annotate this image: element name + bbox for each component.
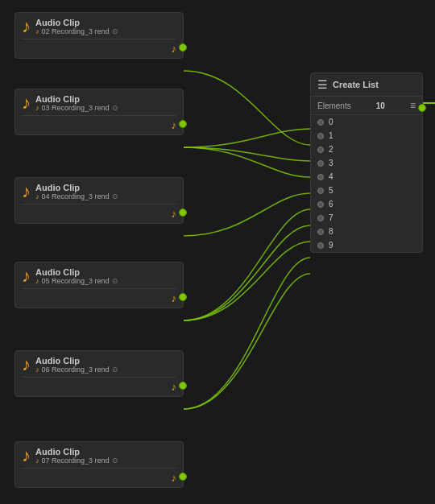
card-title: Audio Clip — [35, 18, 118, 27]
input-port-2[interactable] — [317, 147, 324, 153]
input-port-4[interactable] — [317, 174, 324, 180]
input-port-5[interactable] — [317, 188, 324, 194]
list-item-4: 4 — [311, 170, 422, 184]
audio-card-1[interactable]: ♪ Audio Clip ♪ 02 Recording_3 rend ⊙ ♪ — [14, 12, 184, 59]
input-port-7[interactable] — [317, 215, 324, 221]
list-icon: ☰ — [317, 78, 328, 91]
list-item-label-9: 9 — [329, 241, 334, 250]
create-list-node[interactable]: ☰ Create List Elements 10 ≡ 0 1 2 3 4 5 — [310, 72, 423, 253]
input-port-6[interactable] — [317, 201, 324, 208]
create-list-title: Create List — [333, 80, 379, 89]
output-port-6[interactable] — [179, 473, 187, 481]
elements-list-icon: ≡ — [410, 100, 416, 111]
list-item-label-8: 8 — [329, 227, 334, 236]
elements-value: 10 — [376, 101, 385, 110]
card-subtitle: ♪ 07 Recording_3 rend ⊙ — [35, 456, 118, 465]
audio-card-2[interactable]: ♪ Audio Clip ♪ 03 Recording_3 rend ⊙ ♪ — [14, 89, 184, 135]
input-port-8[interactable] — [317, 229, 324, 235]
card-subtitle: ♪ 05 Recording_3 rend ⊙ — [35, 277, 118, 285]
audio-card-6[interactable]: ♪ Audio Clip ♪ 07 Recording_3 rend ⊙ ♪ — [14, 441, 184, 488]
list-item-label-6: 6 — [329, 200, 334, 209]
card-subtitle: ♪ 06 Recording_3 rend ⊙ — [35, 366, 118, 374]
list-item-label-1: 1 — [329, 131, 334, 140]
audio-card-5[interactable]: ♪ Audio Clip ♪ 06 Recording_3 rend ⊙ ♪ — [14, 350, 184, 397]
card-subtitle: ♪ 04 Recording_3 rend ⊙ — [35, 192, 118, 200]
list-item-label-4: 4 — [329, 172, 334, 181]
list-item-label-2: 2 — [329, 145, 334, 154]
audio-card-4[interactable]: ♪ Audio Clip ♪ 05 Recording_3 rend ⊙ ♪ — [14, 262, 184, 308]
music-icon: ♪ — [22, 267, 31, 285]
output-port-3[interactable] — [179, 209, 187, 217]
music-icon: ♪ — [22, 94, 31, 112]
audio-card-3[interactable]: ♪ Audio Clip ♪ 04 Recording_3 rend ⊙ ♪ — [14, 177, 184, 224]
list-item-1: 1 — [311, 129, 422, 143]
list-item-label-3: 3 — [329, 159, 334, 167]
input-port-9[interactable] — [317, 242, 324, 249]
card-title: Audio Clip — [35, 356, 118, 366]
output-port-5[interactable] — [179, 382, 187, 390]
output-port-2[interactable] — [179, 120, 187, 128]
input-port-1[interactable] — [317, 133, 324, 139]
output-port-1[interactable] — [179, 43, 187, 52]
input-port-3[interactable] — [317, 160, 324, 167]
card-subtitle: ♪ 02 Recording_3 rend ⊙ — [35, 27, 118, 35]
music-icon: ♪ — [22, 183, 31, 200]
list-item-2: 2 — [311, 143, 422, 156]
card-subtitle: ♪ 03 Recording_3 rend ⊙ — [35, 104, 118, 112]
output-port-4[interactable] — [179, 293, 187, 301]
list-item-label-5: 5 — [329, 186, 334, 195]
list-item-8: 8 — [311, 225, 422, 238]
list-item-label-0: 0 — [329, 118, 334, 126]
card-title: Audio Clip — [35, 94, 118, 104]
music-icon: ♪ — [22, 18, 31, 35]
music-icon: ♪ — [22, 447, 31, 465]
list-item-9: 9 — [311, 238, 422, 252]
input-port-0[interactable] — [317, 119, 324, 126]
canvas: ♪ Audio Clip ♪ 02 Recording_3 rend ⊙ ♪ ♪… — [0, 0, 435, 504]
list-item-6: 6 — [311, 197, 422, 211]
card-title: Audio Clip — [35, 267, 118, 277]
list-item-3: 3 — [311, 156, 422, 170]
list-item-label-7: 7 — [329, 213, 334, 222]
list-item-7: 7 — [311, 211, 422, 225]
list-output-port[interactable] — [418, 104, 426, 112]
card-title: Audio Clip — [35, 447, 118, 456]
list-item-5: 5 — [311, 184, 422, 197]
elements-label: Elements — [317, 101, 351, 110]
music-icon: ♪ — [22, 356, 31, 374]
card-title: Audio Clip — [35, 183, 118, 192]
list-item-0: 0 — [311, 115, 422, 129]
